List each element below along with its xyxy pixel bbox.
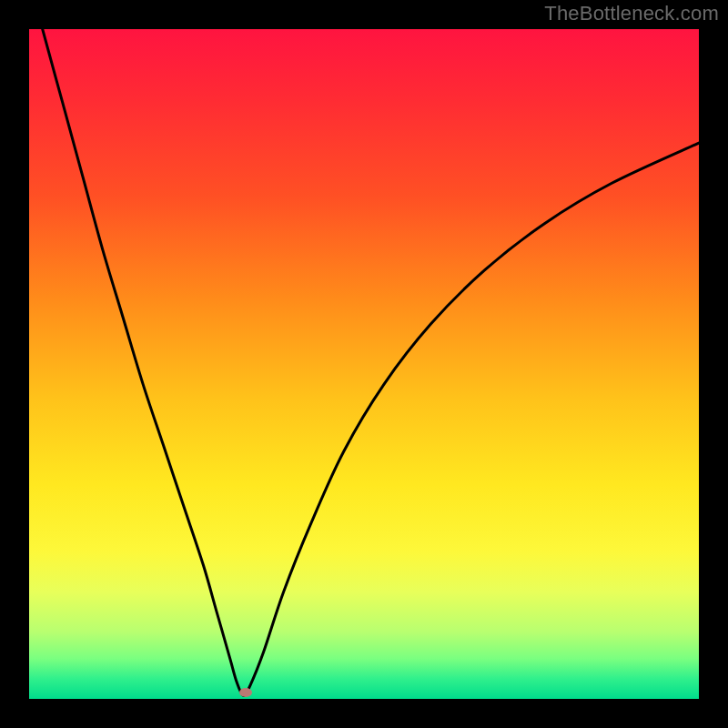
chart-frame: TheBottleneck.com	[0, 0, 728, 728]
vertex-marker	[239, 688, 252, 697]
plot-area	[29, 29, 699, 699]
curve-path	[29, 29, 699, 695]
watermark-text: TheBottleneck.com	[544, 2, 719, 25]
bottleneck-curve	[29, 29, 699, 699]
